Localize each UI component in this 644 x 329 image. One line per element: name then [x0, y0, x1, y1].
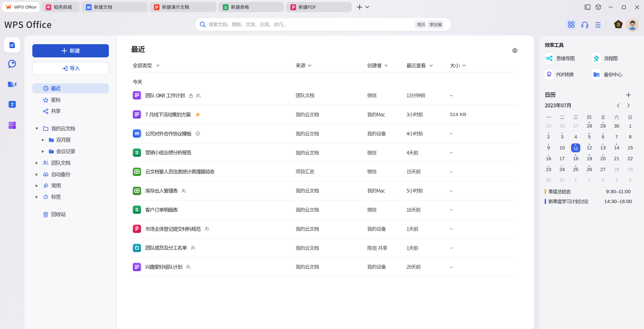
svg-text:7: 7: [11, 102, 14, 107]
svg-text:W: W: [135, 131, 139, 136]
svg-text:S: S: [135, 150, 139, 155]
svg-text:P: P: [155, 5, 158, 10]
svg-text:S: S: [135, 207, 139, 212]
svg-text:W: W: [87, 5, 91, 10]
svg-text:S: S: [224, 5, 227, 10]
